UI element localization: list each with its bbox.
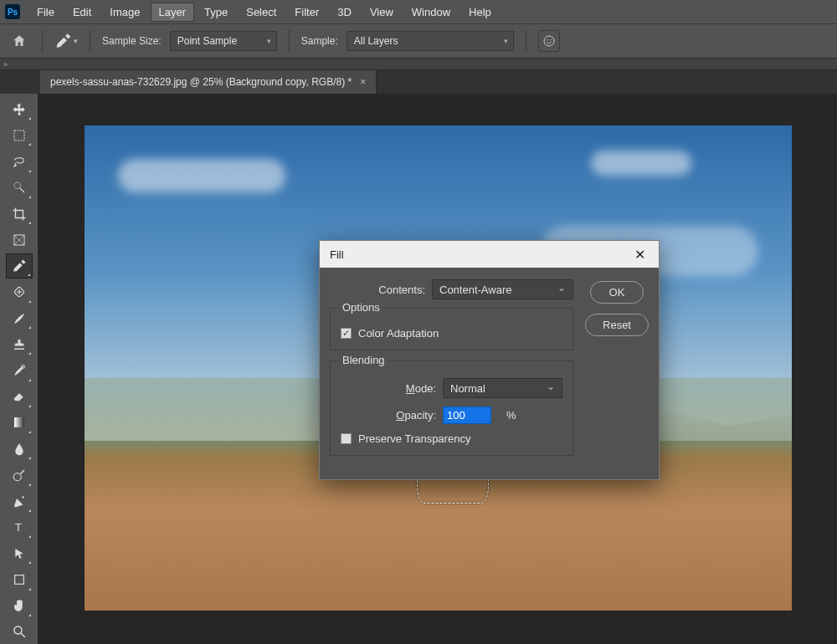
hand-tool[interactable]	[6, 594, 33, 618]
menu-edit[interactable]: Edit	[64, 3, 100, 22]
menu-window[interactable]: Window	[403, 3, 459, 22]
svg-point-9	[13, 473, 21, 481]
sample-size-dropdown[interactable]: Point Sample	[170, 31, 277, 51]
sample-dropdown[interactable]: All Layers	[347, 31, 514, 51]
blending-legend: Blending	[339, 354, 388, 366]
sample-label: Sample:	[301, 35, 338, 47]
dialog-titlebar[interactable]: Fill ✕	[320, 241, 659, 268]
crop-tool[interactable]	[6, 202, 33, 226]
blending-group: Blending Mode: Normal Opacity: 100 %	[330, 360, 573, 456]
svg-rect-8	[14, 417, 24, 427]
home-icon[interactable]	[8, 30, 30, 52]
zoom-tool[interactable]	[6, 620, 33, 644]
preserve-transparency-checkbox[interactable]: Preserve Transparency	[341, 432, 562, 445]
divider	[526, 30, 526, 52]
expand-chevron-icon: »	[3, 60, 8, 69]
app-logo: Ps	[5, 4, 20, 19]
path-select-tool[interactable]	[6, 541, 33, 565]
reset-button[interactable]: Reset	[585, 314, 649, 336]
menu-select[interactable]: Select	[238, 3, 285, 22]
checkbox-icon	[341, 433, 352, 444]
history-brush-tool[interactable]	[6, 358, 33, 382]
stamp-tool[interactable]	[6, 332, 33, 356]
dodge-tool[interactable]	[6, 463, 33, 487]
svg-point-1	[547, 39, 547, 40]
opacity-input[interactable]: 100	[443, 406, 491, 424]
options-legend: Options	[339, 301, 383, 314]
mode-label: Mode:	[341, 382, 436, 395]
eraser-tool[interactable]	[6, 385, 33, 409]
menu-3d[interactable]: 3D	[329, 3, 360, 22]
gradient-tool[interactable]	[6, 411, 33, 435]
menu-bar: Ps FileEditImageLayerTypeSelectFilter3DV…	[0, 0, 837, 23]
pen-tool[interactable]	[6, 489, 33, 514]
svg-rect-11	[14, 575, 23, 585]
opacity-unit: %	[506, 409, 516, 422]
healing-tool[interactable]	[6, 280, 33, 304]
fill-dialog: Fill ✕ Contents: Content-Aware Options C…	[319, 240, 660, 480]
contents-dropdown[interactable]: Content-Aware	[432, 279, 573, 299]
document-tabs: pexels-sassu-anas-732629.jpg @ 25% (Back…	[0, 70, 837, 94]
menu-file[interactable]: File	[28, 3, 63, 22]
svg-point-2	[550, 39, 551, 40]
close-icon[interactable]: ×	[360, 76, 366, 88]
svg-text:T: T	[14, 521, 21, 534]
close-icon[interactable]: ✕	[631, 245, 649, 264]
panel-expand-strip[interactable]: »	[0, 59, 837, 70]
document-tab[interactable]: pexels-sassu-anas-732629.jpg @ 25% (Back…	[40, 70, 377, 94]
options-group: Options Color Adaptation	[330, 308, 573, 350]
move-tool[interactable]	[6, 97, 33, 121]
svg-point-4	[14, 182, 21, 189]
eyedropper-tool[interactable]	[6, 253, 33, 278]
quick-select-tool[interactable]	[6, 176, 33, 200]
frame-tool[interactable]	[6, 227, 33, 252]
sample-size-label: Sample Size:	[102, 35, 162, 47]
menu-image[interactable]: Image	[101, 3, 148, 22]
lasso-tool[interactable]	[6, 149, 33, 173]
color-adaptation-checkbox[interactable]: Color Adaptation	[341, 327, 562, 340]
contents-label: Contents:	[330, 284, 425, 296]
opacity-label: Opacity:	[341, 409, 436, 422]
tool-preset-icon[interactable]: ▾	[54, 29, 78, 53]
sampling-ring-icon[interactable]	[538, 30, 560, 52]
checkbox-icon	[341, 328, 352, 339]
ok-button[interactable]: OK	[590, 281, 644, 304]
divider	[42, 30, 43, 52]
menu-help[interactable]: Help	[460, 3, 500, 22]
menu-layer[interactable]: Layer	[151, 3, 195, 22]
divider	[90, 30, 90, 52]
divider	[289, 30, 290, 52]
blur-tool[interactable]	[6, 437, 33, 461]
mode-dropdown[interactable]: Normal	[443, 378, 562, 398]
canvas-area: Fill ✕ Contents: Content-Aware Options C…	[39, 94, 837, 644]
menu-view[interactable]: View	[362, 3, 402, 22]
svg-point-12	[14, 626, 22, 634]
marquee-tool[interactable]	[6, 123, 33, 147]
shape-tool[interactable]	[6, 567, 33, 591]
menu-filter[interactable]: Filter	[286, 3, 327, 22]
brush-tool[interactable]	[6, 306, 33, 330]
tools-panel: T	[0, 94, 39, 644]
options-bar: ▾ Sample Size: Point Sample Sample: All …	[0, 23, 837, 59]
dialog-title: Fill	[330, 248, 344, 261]
document-tab-title: pexels-sassu-anas-732629.jpg @ 25% (Back…	[50, 76, 352, 88]
svg-rect-3	[14, 130, 24, 141]
menu-type[interactable]: Type	[196, 3, 236, 22]
svg-point-0	[544, 36, 554, 46]
type-tool[interactable]: T	[6, 515, 33, 539]
